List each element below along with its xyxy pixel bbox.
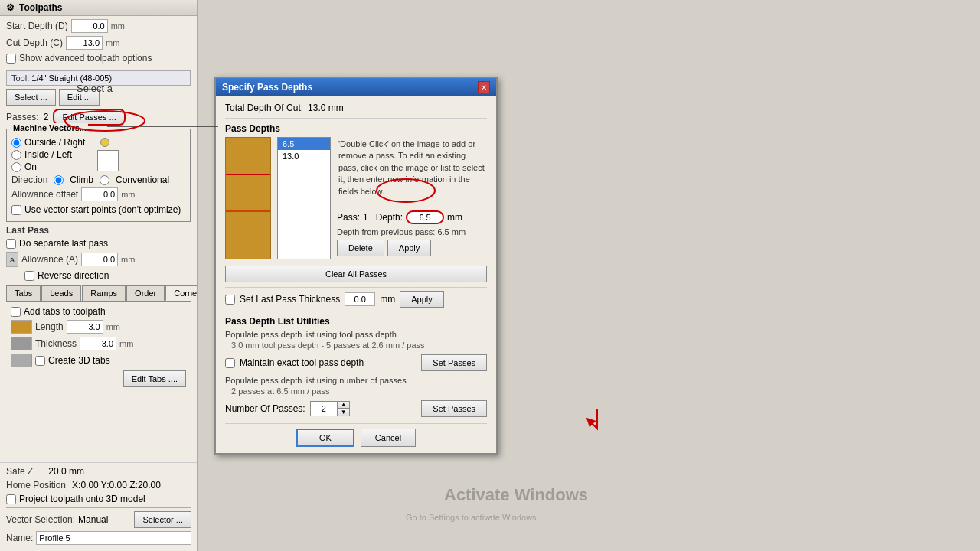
spinner-buttons: ▲ ▼ bbox=[338, 401, 350, 416]
on-radio[interactable] bbox=[11, 162, 21, 172]
panel-title: ⚙ Toolpaths bbox=[0, 0, 197, 16]
last-pass-unit: mm bbox=[380, 294, 395, 305]
pass-item-2[interactable]: 13.0 bbox=[278, 150, 330, 162]
start-depth-input[interactable] bbox=[71, 19, 108, 33]
advanced-options-label: Show advanced toolpath options bbox=[19, 53, 152, 64]
length-unit: mm bbox=[106, 322, 120, 331]
cut-line-1 bbox=[226, 174, 270, 175]
vector-start-checkbox[interactable] bbox=[11, 205, 21, 215]
pass-instructions: 'Double Click' on the image to add or re… bbox=[337, 137, 487, 206]
create-3d-row: Create 3D tabs bbox=[11, 354, 186, 367]
populate-by-num-text: Populate pass depth list using number of… bbox=[225, 376, 487, 385]
inside-left-row: Inside / Left bbox=[11, 149, 85, 160]
ok-button[interactable]: OK bbox=[296, 429, 354, 447]
safe-z-row: Safe Z 20.0 mm bbox=[6, 466, 191, 477]
delete-button[interactable]: Delete bbox=[337, 240, 384, 256]
apply-button[interactable]: Apply bbox=[387, 240, 432, 256]
start-depth-unit: mm bbox=[111, 21, 125, 31]
depth-input[interactable] bbox=[406, 210, 444, 224]
reverse-direction-checkbox[interactable] bbox=[24, 271, 34, 281]
climb-radio[interactable] bbox=[54, 175, 64, 185]
tab-leads[interactable]: Leads bbox=[41, 285, 81, 301]
last-pass-allowance-input[interactable] bbox=[81, 253, 118, 266]
length-input[interactable] bbox=[67, 320, 103, 334]
thickness-input[interactable] bbox=[80, 337, 116, 350]
ok-cancel-row: OK Cancel bbox=[225, 423, 487, 447]
direction-row: Direction Climb Conventional bbox=[11, 174, 185, 185]
set-last-pass-checkbox[interactable] bbox=[225, 295, 235, 305]
edit-tabs-button[interactable]: Edit Tabs .... bbox=[123, 370, 186, 387]
create-3d-label: Create 3D tabs bbox=[48, 355, 110, 366]
tabs-content: Add tabs to toolpath Length mm Thickness… bbox=[6, 302, 191, 392]
machine-vectors-title: Machine Vectors... bbox=[11, 123, 88, 132]
num-passes-info: 2 passes at 6.5 mm / pass bbox=[225, 386, 487, 396]
cut-depth-input[interactable] bbox=[66, 36, 103, 50]
clear-all-passes-button[interactable]: Clear All Passes bbox=[225, 266, 487, 282]
thickness-row: Thickness mm bbox=[11, 337, 186, 350]
set-last-pass-label: Set Last Pass Thickness bbox=[240, 294, 340, 305]
tab-ramps[interactable]: Ramps bbox=[82, 285, 126, 301]
pass-item-1[interactable]: 6.5 bbox=[278, 138, 330, 150]
spinner-up-button[interactable]: ▲ bbox=[338, 401, 350, 409]
vector-selection-row: Vector Selection: Manual Selector ... bbox=[6, 511, 191, 528]
maintain-exact-checkbox[interactable] bbox=[225, 358, 235, 368]
name-input[interactable] bbox=[36, 531, 191, 545]
tab-tabs[interactable]: Tabs bbox=[6, 285, 41, 301]
vector-selection-mode: Manual bbox=[78, 514, 108, 525]
add-tabs-row: Add tabs to toolpath bbox=[11, 306, 186, 317]
separate-last-pass-label: Do separate last pass bbox=[19, 238, 108, 249]
tool-row: Tool: 1/4" Straight (48-005) bbox=[6, 70, 191, 86]
left-panel: ⚙ Toolpaths Start Depth (D) mm Cut Depth… bbox=[0, 0, 198, 551]
cut-depth-unit: mm bbox=[106, 38, 119, 47]
last-pass-allowance-unit: mm bbox=[121, 255, 135, 264]
on-row: On bbox=[11, 161, 85, 172]
inside-left-radio[interactable] bbox=[11, 150, 21, 160]
tab-order[interactable]: Order bbox=[126, 285, 165, 301]
num-passes-label: Number Of Passes: bbox=[225, 403, 305, 414]
selector-button[interactable]: Selector ... bbox=[134, 511, 191, 528]
allowance-row: Allowance offset mm bbox=[11, 187, 185, 201]
create-3d-icon bbox=[11, 354, 32, 367]
inside-left-label: Inside / Left bbox=[24, 149, 72, 160]
modal-titlebar: Specify Pass Depths ✕ bbox=[216, 78, 496, 96]
outside-right-radio[interactable] bbox=[11, 138, 21, 148]
conventional-radio[interactable] bbox=[100, 175, 109, 185]
edit-tool-button[interactable]: Edit ... bbox=[59, 89, 100, 106]
num-passes-input[interactable] bbox=[310, 401, 338, 416]
modal-close-button[interactable]: ✕ bbox=[478, 81, 490, 93]
length-label: Length bbox=[35, 321, 64, 332]
pass-list[interactable]: 6.5 13.0 bbox=[277, 137, 331, 259]
num-passes-spinner[interactable]: ▲ ▼ bbox=[310, 401, 350, 416]
last-pass-thickness-input[interactable] bbox=[345, 292, 375, 306]
depth-label: Depth: bbox=[376, 212, 403, 223]
advanced-options-checkbox[interactable] bbox=[6, 54, 16, 64]
machine-vectors-options: Outside / Right Inside / Left On bbox=[11, 137, 85, 172]
bottom-section: Safe Z 20.0 mm Home Position X:0.00 Y:0.… bbox=[0, 462, 198, 551]
specify-pass-depths-dialog: Specify Pass Depths ✕ Total Depth Of Cut… bbox=[214, 77, 498, 455]
project-toolpath-checkbox[interactable] bbox=[6, 494, 16, 504]
separate-last-pass-checkbox[interactable] bbox=[6, 239, 16, 249]
set-last-pass-apply-button[interactable]: Apply bbox=[400, 291, 444, 308]
create-3d-checkbox[interactable] bbox=[35, 356, 45, 366]
maintain-exact-label: Maintain exact tool pass depth bbox=[240, 357, 364, 368]
cut-depth-row: Cut Depth (C) mm bbox=[6, 36, 191, 50]
cancel-button[interactable]: Cancel bbox=[361, 429, 416, 447]
outside-right-label: Outside / Right bbox=[24, 137, 85, 148]
thickness-icon bbox=[11, 337, 32, 350]
add-tabs-label: Add tabs to toolpath bbox=[24, 306, 106, 317]
safe-z-value: 20.0 mm bbox=[48, 466, 84, 477]
select-tool-button[interactable]: Select ... bbox=[6, 89, 56, 106]
spinner-down-button[interactable]: ▼ bbox=[338, 409, 350, 416]
tab-corners[interactable]: Corners bbox=[165, 285, 198, 301]
wood-visual[interactable] bbox=[225, 137, 271, 259]
allowance-input[interactable] bbox=[81, 187, 118, 201]
set-passes-btn-2[interactable]: Set Passes bbox=[421, 400, 487, 417]
last-pass-section: Last Pass Do separate last pass A Allowa… bbox=[6, 225, 191, 281]
pass-depths-title: Pass Depths bbox=[225, 123, 487, 134]
maintain-row: Maintain exact tool pass depth Set Passe… bbox=[225, 354, 487, 371]
direction-label: Direction bbox=[11, 174, 47, 185]
add-tabs-checkbox[interactable] bbox=[11, 307, 21, 317]
set-passes-btn-1[interactable]: Set Passes bbox=[421, 354, 487, 371]
pass-depths-area: 6.5 13.0 'Double Click' on the image to … bbox=[225, 137, 487, 259]
thickness-unit: mm bbox=[119, 339, 133, 348]
